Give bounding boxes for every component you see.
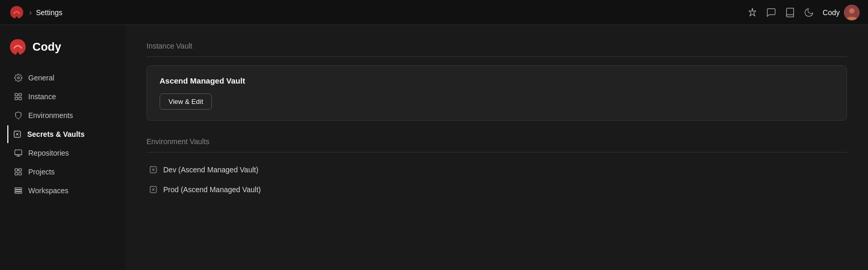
- topbar-right: Cody: [747, 5, 860, 20]
- sidebar-item-label-projects: Projects: [28, 168, 55, 176]
- instance-icon: [14, 92, 23, 101]
- vault-key-icon-prod: [149, 185, 158, 194]
- sidebar-item-general[interactable]: General: [8, 69, 117, 87]
- instance-vault-card: Ascend Managed Vault View & Edit: [146, 65, 847, 121]
- sidebar-item-instance[interactable]: Instance: [8, 88, 117, 105]
- username-label: Cody: [822, 8, 840, 17]
- user-menu[interactable]: Cody: [822, 5, 860, 20]
- env-vault-item-dev[interactable]: Dev (Ascend Managed Vault): [146, 161, 847, 179]
- sidebar-item-workspaces[interactable]: Workspaces: [8, 182, 117, 199]
- environment-vaults-divider: [146, 152, 847, 152]
- main-layout: Cody General: [0, 25, 868, 270]
- svg-rect-14: [15, 190, 21, 192]
- svg-rect-15: [15, 192, 21, 194]
- sidebar-item-projects[interactable]: Projects: [8, 163, 117, 181]
- projects-icon: [14, 167, 23, 177]
- svg-point-1: [849, 8, 854, 14]
- environment-vaults-section: Environment Vaults Dev (Ascend Managed V…: [146, 137, 847, 198]
- sidebar-item-repositories[interactable]: Repositories: [8, 144, 117, 162]
- topbar-left: › Settings: [8, 4, 62, 21]
- svg-rect-4: [19, 93, 21, 96]
- key-icon: [13, 130, 22, 139]
- view-edit-button[interactable]: View & Edit: [160, 93, 212, 110]
- sidebar-item-label-workspaces: Workspaces: [28, 186, 69, 195]
- content-area: Instance Vault Ascend Managed Vault View…: [126, 25, 868, 270]
- sidebar: Cody General: [0, 25, 126, 270]
- book-icon[interactable]: [785, 7, 795, 18]
- sidebar-logo-icon: [8, 38, 27, 56]
- env-vault-label-dev: Dev (Ascend Managed Vault): [163, 166, 258, 174]
- sidebar-item-environments[interactable]: Environments: [8, 107, 117, 124]
- avatar: [844, 5, 860, 20]
- sidebar-item-label-general: General: [28, 74, 54, 82]
- instance-vault-section-title: Instance Vault: [146, 42, 847, 50]
- moon-icon[interactable]: [804, 7, 814, 18]
- sidebar-item-label-secrets-vaults: Secrets & Vaults: [27, 130, 85, 138]
- svg-rect-13: [15, 188, 21, 190]
- environment-vaults-list: Dev (Ascend Managed Vault) Prod (Ascend …: [146, 161, 847, 198]
- svg-point-2: [17, 77, 19, 79]
- topbar: › Settings Cody: [0, 0, 868, 25]
- repo-icon: [14, 148, 23, 158]
- instance-vault-divider: [146, 56, 847, 57]
- instance-vault-section: Instance Vault Ascend Managed Vault View…: [146, 42, 847, 121]
- sidebar-item-label-repositories: Repositories: [28, 149, 69, 157]
- env-vault-item-prod[interactable]: Prod (Ascend Managed Vault): [146, 181, 847, 198]
- breadcrumb-chevron: ›: [29, 8, 32, 17]
- sidebar-item-label-instance: Instance: [28, 92, 56, 101]
- sidebar-item-label-environments: Environments: [28, 111, 73, 120]
- vault-card-title: Ascend Managed Vault: [160, 76, 834, 85]
- vault-key-icon-dev: [149, 165, 158, 174]
- sidebar-item-secrets-vaults[interactable]: Secrets & Vaults: [7, 125, 117, 143]
- svg-rect-5: [19, 97, 21, 100]
- shield-icon: [14, 111, 23, 120]
- topbar-logo-icon: [8, 4, 25, 21]
- environment-vaults-section-title: Environment Vaults: [146, 137, 847, 146]
- sidebar-nav: General Instance: [8, 69, 117, 199]
- sidebar-logo-row: Cody: [8, 38, 117, 56]
- svg-rect-6: [15, 97, 18, 100]
- svg-rect-10: [15, 150, 21, 155]
- sidebar-app-name: Cody: [32, 40, 61, 54]
- settings-sparkle-icon[interactable]: [747, 7, 758, 18]
- page-title: Settings: [36, 8, 63, 17]
- gear-icon: [14, 73, 23, 83]
- workspaces-icon: [14, 186, 23, 195]
- env-vault-label-prod: Prod (Ascend Managed Vault): [163, 185, 261, 194]
- svg-rect-3: [15, 93, 18, 96]
- chat-icon[interactable]: [766, 7, 776, 18]
